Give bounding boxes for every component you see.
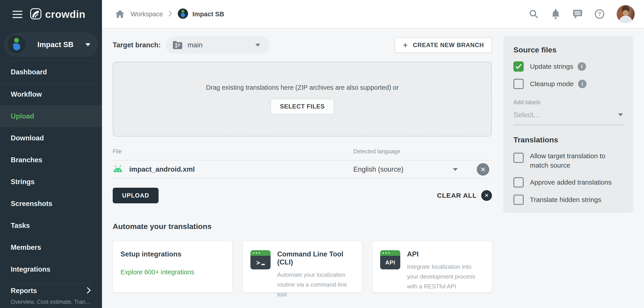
branch-bar: Target branch: main: [113, 36, 492, 54]
automate-cards: Setup integrations Explore 600+ integrat…: [113, 241, 492, 292]
search-icon[interactable]: [528, 9, 539, 19]
sidebar-item-tasks[interactable]: Tasks: [0, 215, 102, 237]
sidebar-item-integrations[interactable]: Integrations: [0, 258, 102, 280]
option-label: Update strings: [530, 62, 573, 71]
notifications-bell-icon[interactable]: [550, 9, 561, 19]
reports-subtitle: Overview, Cost estimate, Transl…: [11, 299, 91, 305]
table-row: impact_android.xml English (source): [113, 160, 492, 179]
crowdin-wordmark: crowdin: [45, 8, 86, 20]
add-labels-label: Add labels: [514, 99, 623, 106]
clear-all-label: CLEAR ALL: [437, 192, 477, 199]
branch-select[interactable]: main: [166, 36, 270, 54]
upload-actions: UPLOAD CLEAR ALL: [113, 188, 492, 203]
close-icon: [480, 165, 486, 173]
card-description: Integrate localization into your develop…: [407, 262, 484, 291]
sidebar-item-workflow[interactable]: Workflow: [0, 83, 102, 105]
sidebar-item-branches[interactable]: Branches: [0, 149, 102, 171]
detected-language-value: English (source): [353, 165, 453, 173]
file-dropzone[interactable]: Drag existing translations here (ZIP arc…: [113, 62, 492, 137]
clear-all-button[interactable]: CLEAR ALL: [437, 190, 492, 201]
sidebar: crowdin Impact SB Dashboard Workflow Upl…: [0, 0, 102, 308]
sidebar-item-strings[interactable]: Strings: [0, 171, 102, 193]
option-update-strings[interactable]: Update strings: [514, 61, 623, 72]
option-label: Allow target translation to match source: [530, 151, 623, 170]
upload-button[interactable]: UPLOAD: [113, 188, 158, 203]
main-area: Workspace Impact SB: [102, 0, 644, 308]
card-text: API Integrate localization into your dev…: [407, 250, 484, 291]
file-name: impact_android.xml: [129, 165, 195, 173]
sidebar-item-members[interactable]: Members: [0, 237, 102, 258]
project-switcher[interactable]: Impact SB: [4, 32, 98, 57]
chevron-down-icon: [618, 113, 623, 116]
sidebar-item-screenshots[interactable]: Screenshots: [0, 193, 102, 215]
crowdin-logo[interactable]: crowdin: [30, 8, 86, 20]
select-files-button[interactable]: SELECT FILES: [270, 99, 334, 115]
labels-select[interactable]: Select...: [514, 111, 623, 125]
option-cleanup-mode[interactable]: Cleanup mode: [514, 79, 623, 89]
card-description: Automate your localization routine via a…: [277, 270, 354, 299]
breadcrumb-workspace[interactable]: Workspace: [130, 10, 163, 18]
column-header-language: Detected language: [353, 148, 492, 155]
option-allow-target-match-source[interactable]: Allow target translation to match source: [514, 151, 623, 170]
sidebar-item-reports[interactable]: Reports: [11, 284, 91, 298]
topbar: Workspace Impact SB: [102, 0, 644, 28]
breadcrumb-chevron-icon: [168, 10, 172, 18]
chevron-down-icon: [453, 168, 458, 171]
content: Target branch: main: [102, 28, 644, 308]
api-icon: API: [380, 250, 400, 269]
info-icon[interactable]: [578, 62, 586, 71]
sidebar-item-upload[interactable]: Upload: [0, 105, 102, 127]
chevron-down-icon: [255, 44, 260, 47]
checkbox-unchecked[interactable]: [514, 195, 524, 205]
column-header-file: File: [113, 148, 353, 155]
explore-integrations-link[interactable]: Explore 600+ integrations: [120, 269, 194, 276]
checkbox-unchecked[interactable]: [514, 153, 524, 163]
user-avatar[interactable]: [616, 5, 635, 23]
automate-section-title: Automate your translations: [113, 222, 492, 231]
messages-icon[interactable]: [572, 9, 583, 19]
remove-file-button[interactable]: [477, 163, 489, 176]
language-select[interactable]: English (source): [353, 163, 492, 176]
crowdin-logo-icon: [30, 8, 42, 20]
option-translate-hidden-strings[interactable]: Translate hidden strings: [514, 195, 623, 205]
help-icon[interactable]: ?: [594, 9, 605, 19]
translations-title: Translations: [514, 136, 623, 144]
card-title: Setup integrations: [120, 250, 224, 258]
dropzone-text: Drag existing translations here (ZIP arc…: [206, 84, 399, 91]
checkbox-unchecked[interactable]: [514, 79, 524, 89]
info-icon[interactable]: [578, 80, 586, 88]
sidebar-item-dashboard[interactable]: Dashboard: [0, 61, 102, 83]
android-icon: [113, 165, 123, 174]
card-cli[interactable]: Command Line Tool (CLI) Automate your lo…: [242, 241, 362, 292]
checkbox-checked[interactable]: [514, 61, 524, 72]
selected-branch: main: [188, 41, 255, 49]
project-switcher-name: Impact SB: [26, 40, 86, 49]
table-header-row: File Detected language: [113, 148, 492, 160]
plus-icon: +: [403, 41, 408, 49]
chevron-right-icon: [86, 286, 91, 295]
branch-folder-icon: [172, 40, 183, 50]
card-text: Command Line Tool (CLI) Automate your lo…: [277, 250, 354, 299]
sidebar-nav: Dashboard Workflow Upload Download Branc…: [0, 61, 102, 280]
checkbox-unchecked[interactable]: [514, 177, 524, 187]
hamburger-menu-icon[interactable]: [12, 11, 22, 18]
source-files-title: Source files: [514, 45, 623, 54]
labels-select-placeholder: Select...: [514, 111, 539, 119]
home-icon[interactable]: [115, 9, 125, 19]
option-approve-added-translations[interactable]: Approve added translations: [514, 177, 623, 187]
card-setup-integrations[interactable]: Setup integrations Explore 600+ integrat…: [113, 241, 232, 292]
card-api[interactable]: API API Integrate localization into your…: [372, 241, 492, 292]
sidebar-item-download[interactable]: Download: [0, 127, 102, 149]
target-branch-label: Target branch:: [113, 41, 161, 49]
sidebar-reports-section: Reports Overview, Cost estimate, Transl…: [0, 280, 102, 308]
close-icon: [481, 190, 492, 201]
sidebar-header: crowdin: [0, 0, 102, 28]
svg-text:?: ?: [598, 11, 601, 17]
project-avatar: [8, 35, 26, 54]
create-new-branch-button[interactable]: + CREATE NEW BRANCH: [395, 37, 492, 53]
breadcrumb-project[interactable]: Impact SB: [178, 8, 224, 20]
upload-page: Target branch: main: [113, 36, 492, 308]
topbar-actions: ?: [528, 5, 635, 23]
upload-settings-panel: Source files Update strings Cleanup mode…: [503, 36, 633, 213]
uploaded-files-table: File Detected language: [113, 148, 492, 179]
